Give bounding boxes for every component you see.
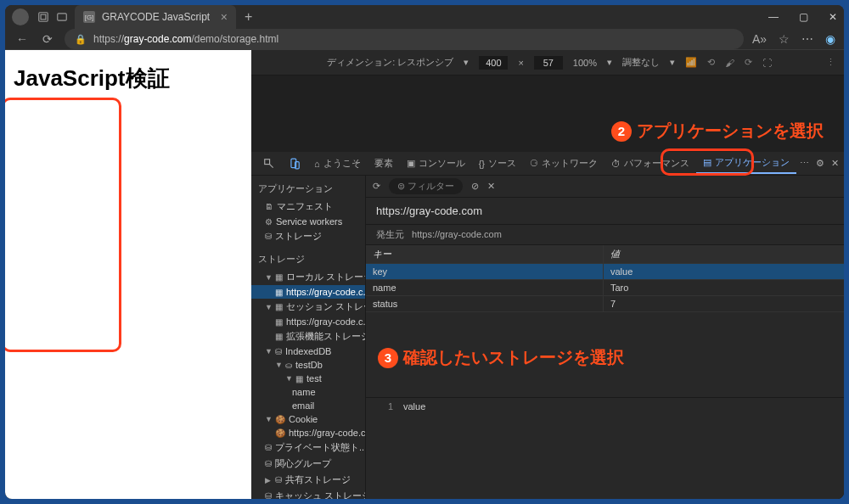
grid-icon: ▦ <box>275 272 283 282</box>
copilot-icon[interactable]: ◉ <box>825 32 835 46</box>
more-icon[interactable]: ⋮ <box>826 57 835 68</box>
more-tabs-icon[interactable]: ⋯ <box>800 158 809 169</box>
sidebar-tree: アプリケーション 🗎マニフェスト ⚙Service workers ⛁ストレージ… <box>251 176 366 499</box>
refresh-icon[interactable]: ⟳ <box>373 181 380 192</box>
tree-item-cookie[interactable]: ▼🍪Cookie <box>251 412 365 426</box>
svg-rect-1 <box>41 14 46 20</box>
tab-console[interactable]: ▣コンソール <box>400 154 472 173</box>
new-tab-button[interactable]: + <box>245 9 252 25</box>
favorites-icon[interactable]: ☆ <box>779 32 790 46</box>
inspect-icon[interactable] <box>256 154 282 173</box>
chevron-down-icon[interactable]: ▾ <box>670 57 675 68</box>
throttle-label[interactable]: 調整なし <box>622 56 660 69</box>
url-input[interactable]: 🔒 https://gray-code.com/demo/storage.htm… <box>65 29 744 49</box>
table-header: キー 値 <box>366 245 844 264</box>
rotate-icon[interactable]: ⟲ <box>707 57 715 68</box>
device-toggle-icon[interactable] <box>282 154 307 173</box>
tree-section-storage: ストレージ <box>251 249 365 269</box>
cell-value: 7 <box>604 296 844 311</box>
workspace-icon[interactable] <box>37 11 49 23</box>
header-key[interactable]: キー <box>366 245 604 263</box>
profile-avatar[interactable] <box>12 8 29 25</box>
delete-icon[interactable]: ✕ <box>487 181 495 192</box>
tree-item-index-email[interactable]: email <box>251 399 365 412</box>
database-icon: ⛁ <box>265 443 272 452</box>
cookie-icon: 🍪 <box>275 415 285 424</box>
tree-item-cache-storage[interactable]: ⛁キャッシュ ストレージ <box>251 488 365 499</box>
titlebar: [G] GRAYCODE JavaScript × + — ▢ ✕ <box>5 5 844 29</box>
cell-value: Taro <box>604 280 844 295</box>
grid-icon: ▦ <box>275 288 283 297</box>
chevron-down-icon: ▼ <box>275 361 282 369</box>
chevron-down-icon: ▼ <box>265 415 272 423</box>
tree-item-service-workers[interactable]: ⚙Service workers <box>251 215 365 228</box>
maximize-button[interactable]: ▢ <box>799 11 808 23</box>
width-input[interactable] <box>479 56 508 70</box>
height-input[interactable] <box>534 56 563 70</box>
tab-welcome[interactable]: ⌂ようこそ <box>307 154 368 173</box>
tab-sources[interactable]: {}ソース <box>472 154 523 173</box>
file-icon: 🗎 <box>265 202 273 211</box>
settings-icon[interactable]: ⚙ <box>816 158 824 169</box>
clear-icon[interactable]: ⊘ <box>471 181 479 192</box>
value-detail: 1 value <box>366 397 844 499</box>
tab-application[interactable]: ▤アプリケーション <box>696 153 796 174</box>
close-devtools-icon[interactable]: ✕ <box>831 158 839 169</box>
brush-icon[interactable]: ⟳ <box>745 57 752 68</box>
table-row[interactable]: status 7 <box>366 296 844 312</box>
tree-item-index-name[interactable]: name <box>251 385 365 399</box>
header-value[interactable]: 値 <box>604 245 844 263</box>
tab-performance[interactable]: ⏱パフォーマンス <box>604 154 696 173</box>
source-bar: 発生元 https://gray-code.com <box>366 225 844 245</box>
tree-item-testdb[interactable]: ▼⛀testDb <box>251 358 365 372</box>
tree-item-indexeddb[interactable]: ▼⛁IndexedDB <box>251 344 365 358</box>
cell-key: name <box>366 280 604 295</box>
chevron-down-icon: ▼ <box>265 347 272 356</box>
refresh-button[interactable]: ⟳ <box>39 32 56 46</box>
tree-item-storage-overview[interactable]: ⛁ストレージ <box>251 228 365 244</box>
tree-item-extension-storage[interactable]: ▦拡張機能ストレージ <box>251 328 365 344</box>
tree-item-local-storage-origin[interactable]: ▦https://gray-code.c... <box>251 285 365 299</box>
tree-item-session-storage[interactable]: ▼▦セッション ストレージ <box>251 299 365 315</box>
color-picker-icon[interactable]: 🖌 <box>725 58 734 68</box>
chevron-right-icon: ▶ <box>265 476 272 484</box>
devtools-tabstrip: ⌂ようこそ 要素 ▣コンソール {}ソース ⚆ネットワーク ⏱パフォーマンス ▤… <box>251 152 844 176</box>
read-aloud-icon[interactable]: A» <box>752 32 767 46</box>
zoom-label[interactable]: 100% <box>573 58 597 68</box>
tab-network[interactable]: ⚆ネットワーク <box>523 154 604 173</box>
tree-item-local-storage[interactable]: ▼▦ローカル ストレージ <box>251 269 365 285</box>
tablist-icon[interactable] <box>56 11 68 23</box>
performance-icon: ⏱ <box>611 159 621 169</box>
cell-value: value <box>604 264 844 279</box>
application-panel: アプリケーション 🗎マニフェスト ⚙Service workers ⛁ストレージ… <box>251 176 844 499</box>
dimension-label[interactable]: ディメンション: レスポンシブ <box>327 56 453 69</box>
grid-icon: ▦ <box>295 374 303 384</box>
tree-item-manifest[interactable]: 🗎マニフェスト <box>251 199 365 215</box>
url-text: https://gray-code.com/demo/storage.html <box>93 33 278 45</box>
annotation-text: アプリケーションを選択 <box>637 120 824 143</box>
tree-item-cookie-origin[interactable]: 🍪https://gray-code.c... <box>251 426 365 440</box>
grid-icon: ▦ <box>275 332 283 341</box>
table-row[interactable]: key value <box>366 264 844 280</box>
close-tab-icon[interactable]: × <box>221 10 228 24</box>
tree-item-test-store[interactable]: ▼▦test <box>251 372 365 385</box>
close-window-button[interactable]: ✕ <box>829 11 837 23</box>
wifi-icon[interactable]: 📶 <box>685 57 697 68</box>
database-icon: ⛁ <box>265 459 272 468</box>
chevron-down-icon[interactable]: ▾ <box>607 57 612 68</box>
chevron-down-icon: ▼ <box>285 374 292 383</box>
back-button[interactable]: ← <box>14 32 31 46</box>
table-row[interactable]: name Taro <box>366 280 844 296</box>
chevron-down-icon[interactable]: ▾ <box>464 57 469 68</box>
browser-tab[interactable]: [G] GRAYCODE JavaScript × <box>75 5 236 29</box>
screenshot-icon[interactable]: ⛶ <box>762 58 772 68</box>
menu-icon[interactable]: ⋯ <box>801 32 813 46</box>
tree-item-private-state[interactable]: ⛁プライベート状態ト... <box>251 440 365 456</box>
tree-item-shared-storage[interactable]: ▶⛁共有ストレージ <box>251 472 365 488</box>
chevron-down-icon: ▼ <box>265 273 272 282</box>
filter-input[interactable]: ⊜ フィルター <box>389 178 463 194</box>
minimize-button[interactable]: — <box>768 11 779 23</box>
tree-item-interest-groups[interactable]: ⛁関心グループ <box>251 456 365 472</box>
tab-elements[interactable]: 要素 <box>368 154 400 173</box>
tree-item-session-storage-origin[interactable]: ▦https://gray-code.c... <box>251 315 365 328</box>
